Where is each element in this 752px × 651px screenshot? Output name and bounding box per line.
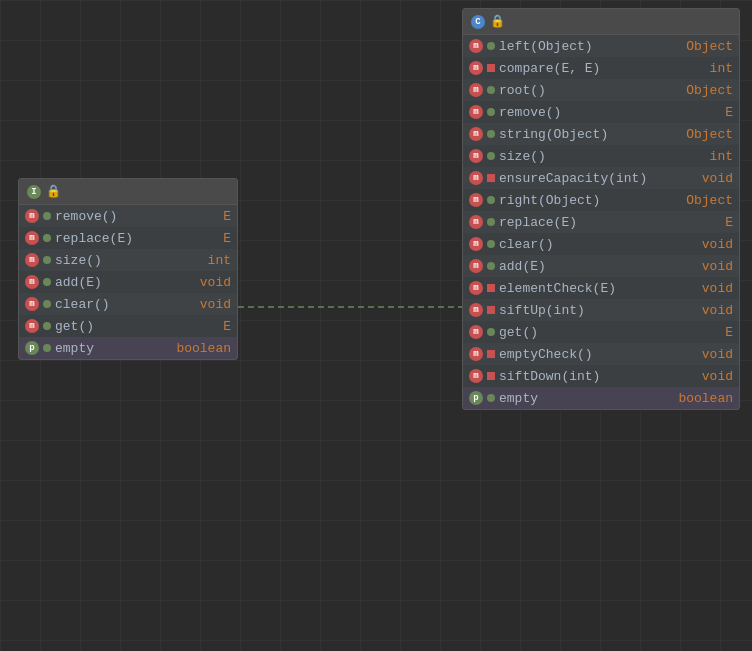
public-icon (486, 107, 496, 117)
diagram-container: I 🔒 mremove()Emreplace(E)Emsize()intmadd… (0, 0, 752, 651)
member-name: replace(E) (55, 231, 188, 246)
member-row: madd(E)void (19, 271, 237, 293)
member-row: mreplace(E)E (463, 211, 739, 233)
member-row: mclear()void (19, 293, 237, 315)
m-badge: m (469, 347, 483, 361)
binaryheap-type-badge: C (471, 15, 485, 29)
m-badge: m (469, 237, 483, 251)
heap-class-header: I 🔒 (19, 179, 237, 205)
p-badge: p (25, 341, 39, 355)
private-icon (486, 349, 496, 359)
member-type: E (693, 215, 733, 230)
member-row: mget()E (19, 315, 237, 337)
member-row: memptyCheck()void (463, 343, 739, 365)
member-type: int (693, 149, 733, 164)
member-name: siftDown(int) (499, 369, 690, 384)
m-badge: m (469, 259, 483, 273)
member-row: mremove()E (463, 101, 739, 123)
member-name: clear() (499, 237, 690, 252)
member-name: empty (499, 391, 675, 406)
member-type: void (693, 303, 733, 318)
member-name: emptyCheck() (499, 347, 690, 362)
m-badge: m (25, 297, 39, 311)
member-type: boolean (678, 391, 733, 406)
member-row: pemptyboolean (463, 387, 739, 409)
m-badge: m (25, 253, 39, 267)
member-type: int (191, 253, 231, 268)
public-icon (486, 151, 496, 161)
member-type: int (693, 61, 733, 76)
member-row: mremove()E (19, 205, 237, 227)
binaryheap-class-box: C 🔒 mleft(Object)Objectmcompare(E, E)int… (462, 8, 740, 410)
member-row: pemptyboolean (19, 337, 237, 359)
member-type: void (693, 281, 733, 296)
member-type: void (693, 237, 733, 252)
member-row: mclear()void (463, 233, 739, 255)
public-icon (42, 299, 52, 309)
heap-class-body: mremove()Emreplace(E)Emsize()intmadd(E)v… (19, 205, 237, 359)
m-badge: m (469, 171, 483, 185)
heap-class-box: I 🔒 mremove()Emreplace(E)Emsize()intmadd… (18, 178, 238, 360)
public-icon (486, 195, 496, 205)
binaryheap-class-body: mleft(Object)Objectmcompare(E, E)intmroo… (463, 35, 739, 409)
m-badge: m (25, 275, 39, 289)
public-icon (42, 321, 52, 331)
member-name: compare(E, E) (499, 61, 690, 76)
member-row: mensureCapacity(int)void (463, 167, 739, 189)
m-badge: m (25, 209, 39, 223)
member-name: size() (499, 149, 690, 164)
m-badge: m (469, 61, 483, 75)
member-type: void (191, 297, 231, 312)
member-row: mleft(Object)Object (463, 35, 739, 57)
member-type: void (693, 171, 733, 186)
member-row: msiftUp(int)void (463, 299, 739, 321)
m-badge: m (25, 231, 39, 245)
private-icon (486, 305, 496, 315)
m-badge: m (25, 319, 39, 333)
member-row: msize()int (463, 145, 739, 167)
member-name: size() (55, 253, 188, 268)
member-name: root() (499, 83, 683, 98)
public-icon (486, 327, 496, 337)
public-icon (486, 217, 496, 227)
public-icon (486, 393, 496, 403)
m-badge: m (469, 325, 483, 339)
member-type: void (693, 369, 733, 384)
public-icon (42, 211, 52, 221)
binaryheap-lock-icon: 🔒 (490, 14, 505, 29)
member-name: ensureCapacity(int) (499, 171, 690, 186)
member-name: replace(E) (499, 215, 690, 230)
member-type: void (191, 275, 231, 290)
member-type: Object (686, 39, 733, 54)
member-name: right(Object) (499, 193, 683, 208)
member-name: string(Object) (499, 127, 683, 142)
public-icon (486, 41, 496, 51)
heap-lock-icon: 🔒 (46, 184, 61, 199)
member-type: E (693, 105, 733, 120)
member-name: remove() (499, 105, 690, 120)
public-icon (486, 85, 496, 95)
private-icon (486, 63, 496, 73)
member-name: elementCheck(E) (499, 281, 690, 296)
member-type: E (191, 319, 231, 334)
member-row: mreplace(E)E (19, 227, 237, 249)
m-badge: m (469, 105, 483, 119)
member-type: Object (686, 83, 733, 98)
public-icon (42, 255, 52, 265)
member-type: E (191, 231, 231, 246)
member-type: Object (686, 193, 733, 208)
m-badge: m (469, 281, 483, 295)
member-name: get() (55, 319, 188, 334)
m-badge: m (469, 149, 483, 163)
m-badge: m (469, 215, 483, 229)
member-row: mcompare(E, E)int (463, 57, 739, 79)
member-row: mstring(Object)Object (463, 123, 739, 145)
member-name: add(E) (499, 259, 690, 274)
member-type: E (191, 209, 231, 224)
member-row: mget()E (463, 321, 739, 343)
m-badge: m (469, 369, 483, 383)
binaryheap-class-header: C 🔒 (463, 9, 739, 35)
m-badge: m (469, 127, 483, 141)
public-icon (486, 239, 496, 249)
m-badge: m (469, 83, 483, 97)
